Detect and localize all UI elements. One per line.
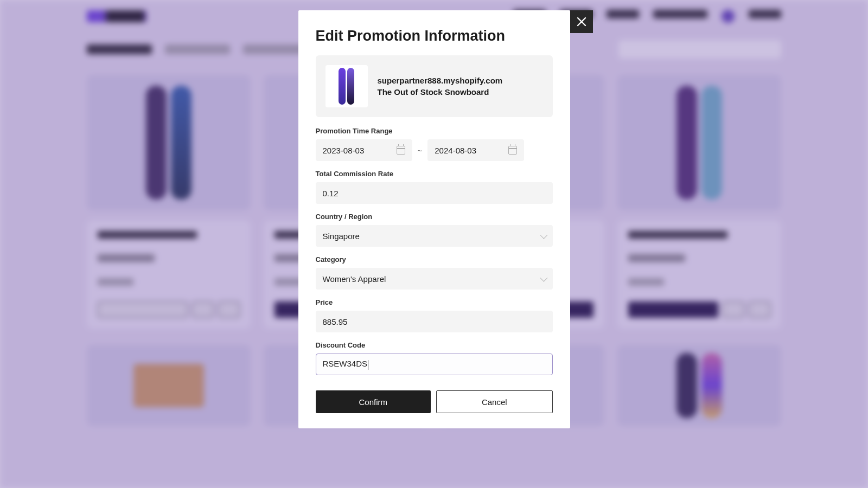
time-range-label: Promotion Time Range <box>316 127 553 135</box>
category-select[interactable]: Women's Apparel <box>316 268 553 290</box>
cancel-button[interactable]: Cancel <box>436 390 553 413</box>
discount-code-input[interactable]: RSEW34DS <box>316 354 553 375</box>
end-date-input[interactable]: 2024-08-03 <box>427 139 524 161</box>
commission-value: 0.12 <box>323 189 339 198</box>
time-range-row: 2023-08-03 ~ 2024-08-03 <box>316 139 553 161</box>
modal-title: Edit Promotion Information <box>316 28 553 44</box>
date-separator: ~ <box>418 146 423 155</box>
edit-promotion-modal: Edit Promotion Information superpartner8… <box>298 10 570 428</box>
chevron-down-icon <box>540 232 547 239</box>
category-value: Women's Apparel <box>323 274 386 284</box>
price-label: Price <box>316 298 553 306</box>
close-button[interactable] <box>570 10 593 33</box>
chevron-down-icon <box>540 274 547 282</box>
product-domain: superpartner888.myshopify.com <box>378 75 503 86</box>
calendar-icon <box>508 146 517 155</box>
product-name: The Out of Stock Snowboard <box>378 86 503 98</box>
commission-label: Total Commission Rate <box>316 170 553 178</box>
start-date-value: 2023-08-03 <box>323 146 365 155</box>
confirm-button[interactable]: Confirm <box>316 390 431 413</box>
price-value: 885.95 <box>323 317 348 326</box>
end-date-value: 2024-08-03 <box>435 146 476 155</box>
product-summary: superpartner888.myshopify.com The Out of… <box>316 55 553 117</box>
commission-input[interactable]: 0.12 <box>316 182 553 204</box>
discount-code-label: Discount Code <box>316 341 553 349</box>
price-input[interactable]: 885.95 <box>316 311 553 332</box>
calendar-icon <box>397 146 405 155</box>
text-cursor <box>368 360 368 370</box>
country-select[interactable]: Singapore <box>316 225 553 247</box>
product-info: superpartner888.myshopify.com The Out of… <box>378 75 503 98</box>
category-label: Category <box>316 255 553 264</box>
discount-code-value: RSEW34DS <box>323 359 368 368</box>
modal-actions: Confirm Cancel <box>316 390 553 413</box>
close-icon <box>577 17 586 27</box>
country-label: Country / Region <box>316 213 553 221</box>
country-value: Singapore <box>323 232 360 241</box>
start-date-input[interactable]: 2023-08-03 <box>316 139 412 161</box>
product-thumbnail <box>326 65 368 107</box>
modal-container: Edit Promotion Information superpartner8… <box>0 0 868 488</box>
